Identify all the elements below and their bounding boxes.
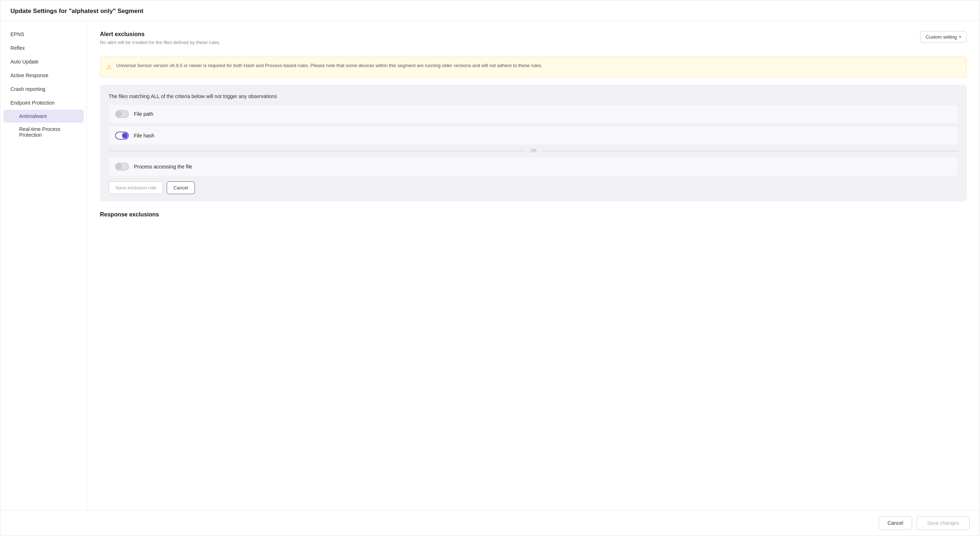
process-accessing-row: Process accessing the file bbox=[108, 157, 958, 176]
file-hash-row: File hash bbox=[108, 127, 958, 145]
alert-exclusions-title: Alert exclusions bbox=[100, 31, 221, 38]
save-exclusion-button[interactable]: Save exclusion rule bbox=[108, 181, 163, 194]
modal-container: Update Settings for "alphatest only" Seg… bbox=[0, 0, 980, 536]
custom-setting-label: Custom setting bbox=[926, 34, 957, 40]
footer-save-button[interactable]: Save changes bbox=[916, 516, 969, 530]
process-accessing-toggle[interactable] bbox=[115, 163, 129, 170]
main-content: Alert exclusions No alert will be create… bbox=[87, 21, 980, 510]
modal-body: EPNS Reflex Auto Update Active Response … bbox=[0, 21, 980, 510]
warning-icon: ⚠ bbox=[106, 62, 112, 72]
sidebar: EPNS Reflex Auto Update Active Response … bbox=[0, 21, 87, 510]
sidebar-item-reflex[interactable]: Reflex bbox=[0, 41, 87, 55]
file-path-row: File path bbox=[108, 105, 958, 123]
modal-footer: Cancel Save changes bbox=[0, 510, 980, 536]
or-divider: OR bbox=[108, 148, 958, 153]
sidebar-item-antimalware[interactable]: Antimalware bbox=[3, 110, 84, 122]
or-label: OR bbox=[530, 148, 536, 153]
cancel-exclusion-button[interactable]: Cancel bbox=[167, 181, 195, 194]
alert-exclusions-header-text: Alert exclusions No alert will be create… bbox=[100, 31, 221, 52]
sidebar-item-realtime-process[interactable]: Real-time Process Protection bbox=[0, 122, 87, 142]
exclusion-panel-title: The files matching ALL of the criteria b… bbox=[108, 94, 958, 99]
sidebar-item-auto-update[interactable]: Auto Update bbox=[0, 55, 87, 68]
alert-exclusions-subtitle: No alert will be created for the files d… bbox=[100, 40, 221, 45]
warning-text: Universal Sensor version v6.9.0 or newer… bbox=[116, 62, 542, 72]
process-accessing-label: Process accessing the file bbox=[134, 164, 192, 170]
modal-title: Update Settings for "alphatest only" Seg… bbox=[11, 8, 143, 14]
sidebar-item-epns[interactable]: EPNS bbox=[0, 27, 87, 41]
modal-header: Update Settings for "alphatest only" Seg… bbox=[0, 0, 980, 21]
custom-setting-button[interactable]: Custom setting ▾ bbox=[920, 31, 967, 43]
alert-exclusions-header: Alert exclusions No alert will be create… bbox=[100, 31, 967, 52]
exclusion-panel: The files matching ALL of the criteria b… bbox=[100, 85, 967, 201]
sidebar-item-endpoint-protection[interactable]: Endpoint Protection bbox=[0, 96, 87, 110]
warning-box: ⚠ Universal Sensor version v6.9.0 or new… bbox=[100, 57, 967, 78]
file-path-toggle[interactable] bbox=[115, 110, 129, 118]
response-exclusions-title: Response exclusions bbox=[100, 212, 967, 218]
exclusion-button-row: Save exclusion rule Cancel bbox=[108, 181, 958, 194]
file-path-label: File path bbox=[134, 111, 153, 117]
sidebar-item-crash-reporting[interactable]: Crash reporting bbox=[0, 82, 87, 96]
file-hash-toggle[interactable] bbox=[115, 132, 129, 140]
sidebar-item-active-response[interactable]: Active Response bbox=[0, 68, 87, 82]
footer-cancel-button[interactable]: Cancel bbox=[878, 516, 913, 530]
chevron-down-icon: ▾ bbox=[959, 35, 961, 39]
file-hash-label: File hash bbox=[134, 133, 154, 138]
